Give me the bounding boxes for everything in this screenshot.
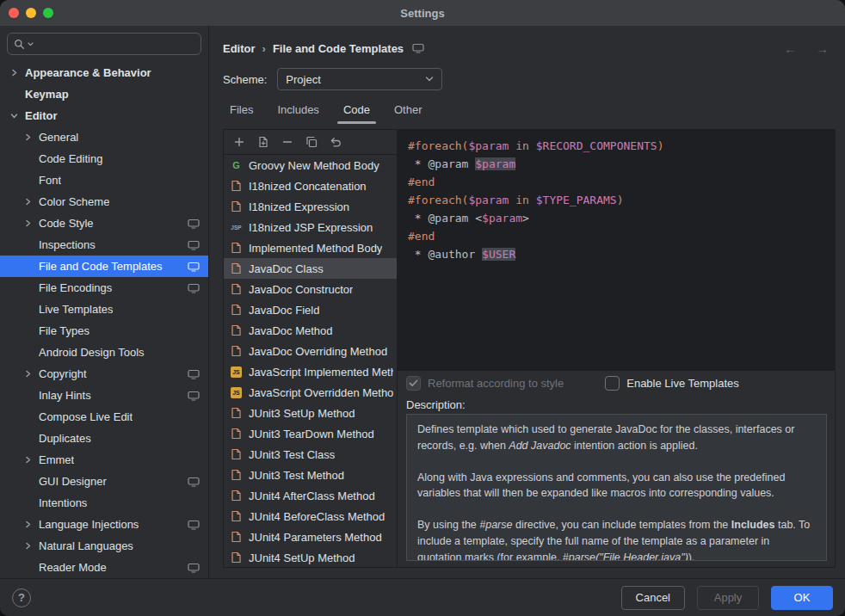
add-template-icon[interactable]: [232, 135, 246, 149]
sidebar-item-keymap[interactable]: Keymap: [0, 83, 208, 105]
template-item-junit4-afterclass-method[interactable]: JUnit4 AfterClass Method: [224, 485, 397, 506]
sidebar-item-gui-designer[interactable]: GUI Designer: [0, 471, 208, 492]
breadcrumb: Editor › File and Code Templates ← →: [223, 34, 836, 62]
template-item-junit3-test-class[interactable]: JUnit3 Test Class: [224, 444, 397, 465]
tab-code[interactable]: Code: [342, 98, 372, 124]
reformat-checkbox[interactable]: [406, 376, 421, 391]
template-item-junit3-setup-method[interactable]: JUnit3 SetUp Method: [224, 403, 397, 423]
template-code-editor[interactable]: #foreach($param in $RECORD_COMPONENTS) *…: [398, 130, 835, 371]
template-item-label: I18nized JSP Expression: [249, 221, 373, 234]
ok-button[interactable]: OK: [771, 586, 833, 610]
template-item-implemented-method-body[interactable]: Implemented Method Body: [224, 237, 397, 258]
sidebar-item-editor[interactable]: Editor: [0, 105, 208, 126]
jsp-file-icon: JSP: [230, 225, 243, 231]
template-item-i18nized-expression[interactable]: I18nized Expression: [224, 196, 397, 217]
tab-includes[interactable]: Includes: [275, 98, 320, 124]
chevron-right-icon[interactable]: [24, 198, 39, 206]
reset-to-default-icon[interactable]: [329, 135, 342, 149]
sidebar-item-code-style[interactable]: Code Style: [0, 213, 208, 234]
template-file-icon: [230, 531, 243, 543]
sidebar-item-code-editing[interactable]: Code Editing: [0, 148, 208, 169]
sidebar-item-color-scheme[interactable]: Color Scheme: [0, 191, 208, 213]
code-line: #end: [408, 227, 824, 245]
chevron-down-icon[interactable]: [28, 42, 34, 46]
template-item-junit4-parameters-method[interactable]: JUnit4 Parameters Method: [224, 527, 397, 547]
chevron-right-icon[interactable]: [10, 69, 25, 77]
template-item-i18nized-concatenation[interactable]: I18nized Concatenation: [224, 176, 397, 196]
apply-button[interactable]: Apply: [697, 586, 759, 610]
settings-search-box[interactable]: [7, 33, 201, 55]
cancel-button[interactable]: Cancel: [621, 586, 685, 610]
sidebar-item-reader-mode[interactable]: Reader Mode: [0, 557, 208, 578]
duplicate-template-icon[interactable]: [305, 135, 318, 149]
tab-label: Includes: [277, 103, 318, 116]
description-box[interactable]: Defines template which used to generate …: [406, 414, 827, 561]
chevron-right-icon[interactable]: [24, 133, 39, 141]
sidebar-item-file-encodings[interactable]: File Encodings: [0, 277, 208, 299]
chevron-right-icon[interactable]: [24, 370, 39, 378]
sidebar-item-appearance-behavior[interactable]: Appearance & Behavior: [0, 62, 208, 83]
template-item-groovy-new-method-body[interactable]: GGroovy New Method Body: [224, 155, 397, 176]
chevron-right-icon[interactable]: [24, 542, 39, 550]
monitor-icon: [188, 563, 200, 573]
template-item-label: JavaDoc Method: [249, 324, 333, 337]
reformat-checkbox-label: Reformat according to style: [428, 377, 564, 390]
sidebar-item-inspections[interactable]: Inspections: [0, 234, 208, 256]
sidebar-item-file-and-code-templates[interactable]: File and Code Templates: [0, 256, 208, 277]
template-item-javadoc-constructor[interactable]: JavaDoc Constructor: [224, 279, 397, 299]
template-item-label: JUnit4 SetUp Method: [249, 551, 355, 564]
zoom-button[interactable]: [43, 8, 53, 18]
chevron-right-icon[interactable]: [24, 219, 39, 227]
template-item-javadoc-field[interactable]: JavaDoc Field: [224, 299, 397, 320]
template-item-i18nized-jsp-expression[interactable]: JSPI18nized JSP Expression: [224, 217, 397, 237]
create-child-template-icon[interactable]: [256, 135, 270, 149]
sidebar-item-copyright[interactable]: Copyright: [0, 363, 208, 385]
template-item-junit3-teardown-method[interactable]: JUnit3 TearDown Method: [224, 423, 397, 444]
tab-other[interactable]: Other: [392, 98, 424, 124]
template-file-icon: [230, 242, 243, 254]
template-file-icon: [230, 262, 243, 274]
sidebar-item-duplicates[interactable]: Duplicates: [0, 428, 208, 449]
breadcrumb-editor[interactable]: Editor: [223, 42, 256, 55]
template-item-javadoc-method[interactable]: JavaDoc Method: [224, 320, 397, 341]
sidebar-item-file-types[interactable]: File Types: [0, 320, 208, 342]
sidebar-item-language-injections[interactable]: Language Injections: [0, 514, 208, 535]
template-item-javadoc-class[interactable]: JavaDoc Class: [224, 258, 397, 279]
template-item-javascript-implemented-method[interactable]: JSJavaScript Implemented Method: [224, 361, 397, 382]
template-item-junit4-beforeclass-method[interactable]: JUnit4 BeforeClass Method: [224, 506, 397, 527]
template-item-junit3-test-method[interactable]: JUnit3 Test Method: [224, 465, 397, 485]
template-item-javadoc-overriding-method[interactable]: JavaDoc Overriding Method: [224, 341, 397, 361]
monitor-icon: [188, 369, 200, 379]
chevron-right-icon[interactable]: [24, 521, 39, 528]
remove-template-icon[interactable]: [281, 135, 294, 149]
template-item-label: JavaDoc Field: [249, 304, 319, 317]
help-button[interactable]: ?: [12, 588, 31, 607]
sidebar-item-label: Android Design Tools: [39, 346, 145, 359]
sidebar-item-compose-live-edit[interactable]: Compose Live Edit: [0, 406, 208, 428]
chevron-right-icon[interactable]: [24, 456, 39, 464]
sidebar-item-intentions[interactable]: Intentions: [0, 492, 208, 514]
live-templates-checkbox[interactable]: [605, 376, 620, 391]
sidebar-item-label: Editor: [25, 109, 58, 122]
close-button[interactable]: [9, 8, 19, 18]
reformat-checkbox-group: Reformat according to style: [406, 376, 564, 391]
scheme-select[interactable]: Project: [277, 68, 442, 90]
sidebar-item-android-design-tools[interactable]: Android Design Tools: [0, 342, 208, 363]
template-item-label: JUnit3 Test Class: [249, 448, 335, 461]
minimize-button[interactable]: [26, 8, 36, 18]
chevron-down-icon[interactable]: [10, 112, 25, 120]
back-arrow-button[interactable]: ←: [784, 41, 797, 56]
template-panels: GGroovy New Method BodyI18nized Concaten…: [223, 129, 836, 568]
monitor-icon: [188, 283, 200, 293]
sidebar-item-natural-languages[interactable]: Natural Languages: [0, 535, 208, 557]
forward-arrow-button[interactable]: →: [816, 41, 829, 56]
sidebar-item-live-templates[interactable]: Live Templates: [0, 299, 208, 320]
sidebar-item-general[interactable]: General: [0, 126, 208, 148]
template-item-javascript-overridden-method[interactable]: JSJavaScript Overridden Method: [224, 382, 397, 403]
sidebar-item-emmet[interactable]: Emmet: [0, 449, 208, 471]
sidebar-item-inlay-hints[interactable]: Inlay Hints: [0, 385, 208, 406]
template-item-junit4-setup-method[interactable]: JUnit4 SetUp Method: [224, 547, 397, 567]
tab-files[interactable]: Files: [228, 98, 255, 124]
sidebar-item-font[interactable]: Font: [0, 169, 208, 191]
settings-search-input[interactable]: [36, 38, 194, 51]
